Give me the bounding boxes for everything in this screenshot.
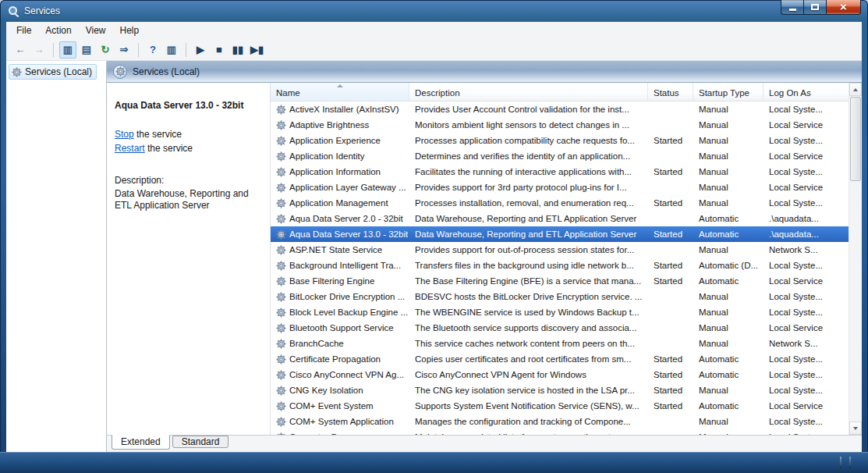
gear-icon — [276, 354, 286, 365]
scrollbar-thumb[interactable] — [850, 97, 861, 181]
table-cell: Local Syste... — [763, 351, 849, 367]
column-header-log-on-as-label: Log On As — [769, 88, 811, 98]
properties-icon[interactable]: ▤ — [78, 41, 95, 59]
tree-item-services-local[interactable]: Services (Local) — [9, 64, 97, 80]
table-cell — [648, 320, 693, 336]
tab-extended[interactable]: Extended — [112, 435, 170, 450]
service-name-cell: BranchCache — [271, 336, 409, 351]
export-list-icon[interactable]: ⇒ — [115, 41, 133, 59]
table-row[interactable]: Application InformationFacilitates the r… — [271, 164, 849, 180]
menu-help[interactable]: Help — [113, 23, 147, 38]
table-row[interactable]: CNG Key IsolationThe CNG key isolation s… — [271, 382, 849, 398]
table-row[interactable]: Certificate PropagationCopies user certi… — [271, 351, 849, 367]
table-row[interactable]: Adaptive BrightnessMonitors ambient ligh… — [271, 117, 849, 133]
table-row[interactable]: Application ExperienceProcesses applicat… — [271, 133, 849, 148]
main-pane: Services (Local) Aqua Data Server 13.0 -… — [107, 61, 862, 452]
table-row[interactable]: BitLocker Drive Encryption ...BDESVC hos… — [271, 289, 849, 304]
table-row[interactable]: Aqua Data Server 2.0 - 32bitData Warehou… — [271, 211, 849, 226]
service-name: Cisco AnyConnect VPN Ag... — [289, 370, 404, 379]
table-row[interactable]: COM+ Event SystemSupports System Event N… — [271, 398, 849, 414]
table-row[interactable]: COM+ System ApplicationManages the confi… — [271, 414, 849, 429]
service-name: Application Experience — [289, 136, 381, 145]
menu-file[interactable]: File — [9, 23, 38, 38]
table-cell: Started — [648, 351, 693, 367]
stop-service-icon[interactable]: ■ — [211, 41, 228, 59]
maximize-button[interactable] — [803, 0, 826, 15]
description-text: Data Warehouse, Reporting and ETL Applic… — [115, 188, 262, 212]
pause-service-icon[interactable]: ▮▮ — [229, 41, 246, 59]
table-row[interactable]: Application IdentityDetermines and verif… — [271, 148, 849, 164]
table-row[interactable]: Aqua Data Server 13.0 - 32bitData Wareho… — [271, 226, 849, 242]
table-row[interactable]: Application ManagementProcesses installa… — [271, 195, 849, 211]
service-name-cell: Background Intelligent Tra... — [271, 258, 409, 273]
scrollbar-down-button[interactable] — [849, 421, 862, 435]
table-row[interactable]: Bluetooth Support ServiceThe Bluetooth s… — [271, 320, 849, 336]
table-row[interactable]: Application Layer Gateway ...Provides su… — [271, 180, 849, 195]
table-row[interactable]: BranchCacheThis service caches network c… — [271, 336, 849, 351]
table-cell: Started — [648, 382, 693, 398]
table-cell — [648, 242, 693, 258]
gear-icon — [276, 386, 286, 396]
table-cell: .\aquadata... — [763, 226, 849, 242]
close-button[interactable]: × — [826, 0, 861, 15]
resize-grip[interactable] — [849, 457, 851, 468]
table-cell: Manual — [693, 195, 763, 211]
table-cell: The Bluetooth service supports discovery… — [409, 320, 648, 336]
table-row[interactable]: Background Intelligent Tra...Transfers f… — [271, 258, 849, 273]
tab-standard[interactable]: Standard — [172, 436, 229, 448]
maximize-icon — [811, 4, 819, 10]
table-cell: Copies user certificates and root certif… — [409, 351, 648, 367]
table-row[interactable]: Base Filtering EngineThe Base Filtering … — [271, 273, 849, 289]
column-header-status[interactable]: Status — [648, 83, 693, 101]
column-header-name[interactable]: Name — [271, 83, 409, 101]
show-action-pane-icon[interactable]: ▥ — [163, 41, 180, 59]
refresh-icon[interactable]: ↻ — [97, 41, 114, 59]
description-label: Description: — [115, 175, 262, 187]
table-cell: Facilitates the running of interactive a… — [409, 164, 648, 180]
service-name: COM+ Event System — [289, 401, 374, 411]
column-header-description[interactable]: Description — [409, 83, 648, 101]
table-cell: Automatic — [693, 398, 763, 414]
scrollbar-up-button[interactable] — [849, 83, 862, 96]
service-detail-panel: Aqua Data Server 13.0 - 32bit Stop the s… — [107, 83, 270, 435]
table-row[interactable]: ActiveX Installer (AxInstSV)Provides Use… — [271, 101, 849, 117]
table-cell: Local Syste... — [763, 133, 849, 148]
gear-icon — [276, 229, 286, 240]
vertical-scrollbar[interactable] — [849, 83, 862, 435]
table-row[interactable]: ASP.NET State ServiceProvides support fo… — [271, 242, 849, 258]
table-cell: Manual — [693, 414, 763, 429]
tree-item-label: Services (Local) — [25, 66, 92, 77]
help-icon[interactable]: ? — [144, 41, 161, 59]
service-name: ActiveX Installer (AxInstSV) — [289, 105, 399, 114]
table-cell: Local Service — [763, 148, 849, 164]
table-cell: Manual — [693, 117, 763, 133]
minimize-button[interactable] — [781, 0, 803, 15]
gear-icon — [276, 151, 286, 162]
table-cell — [648, 289, 693, 304]
menu-action[interactable]: Action — [38, 23, 78, 38]
show-console-tree-icon[interactable]: ▥ — [59, 41, 76, 59]
stop-service-link[interactable]: Stop — [115, 129, 134, 140]
restart-service-icon[interactable]: ▶▮ — [248, 41, 266, 59]
column-header-log-on-as[interactable]: Log On As — [763, 83, 849, 101]
back-icon[interactable]: ← — [12, 41, 29, 59]
table-row[interactable]: Cisco AnyConnect VPN Ag...Cisco AnyConne… — [271, 367, 849, 382]
window-title: Services — [24, 5, 60, 16]
service-name: Application Layer Gateway ... — [289, 183, 406, 192]
resize-grip[interactable] — [840, 457, 841, 468]
window-bottom-frame — [0, 452, 868, 473]
service-name-cell: Application Information — [271, 164, 409, 180]
table-row[interactable]: Block Level Backup Engine ...The WBENGIN… — [271, 304, 849, 320]
column-header-startup-type[interactable]: Startup Type — [693, 83, 763, 101]
table-cell: Automatic — [693, 273, 763, 289]
restart-service-link[interactable]: Restart — [115, 143, 145, 154]
stop-service-suffix: the service — [134, 129, 182, 140]
service-name-cell: Adaptive Brightness — [271, 117, 409, 133]
menu-view[interactable]: View — [79, 23, 113, 38]
table-row[interactable]: Computer BrowserMaintains an updated lis… — [271, 429, 849, 435]
titlebar[interactable]: Services × — [0, 0, 868, 22]
table-cell: Local Service — [763, 117, 849, 133]
toolbar-separator — [186, 43, 186, 57]
forward-icon[interactable]: → — [30, 41, 48, 59]
start-service-icon[interactable]: ▶ — [192, 41, 209, 59]
